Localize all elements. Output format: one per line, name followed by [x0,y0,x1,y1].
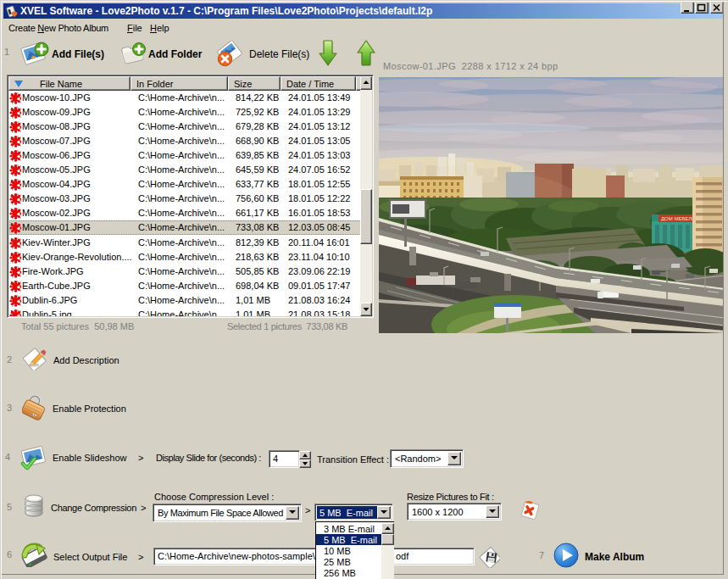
svg-text:ДОМ МЕБЕЛИ: ДОМ МЕБЕЛИ [661,216,696,221]
